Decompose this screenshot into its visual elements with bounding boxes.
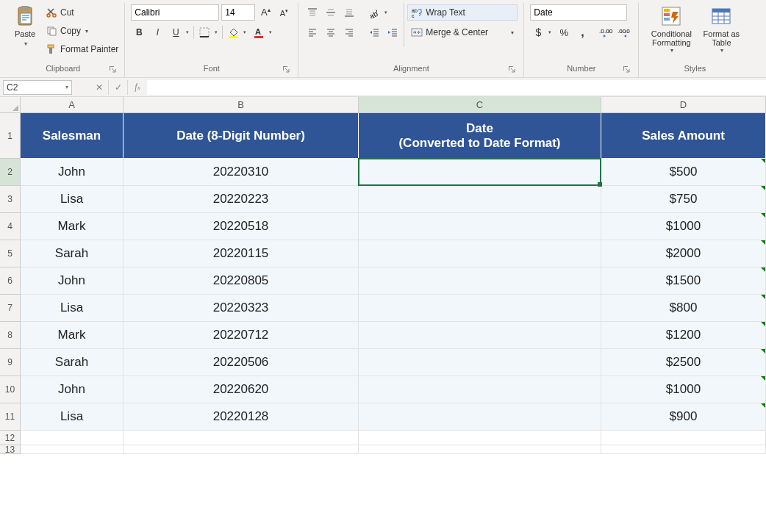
cell-B2[interactable]: 20220310 [124,159,359,186]
cell-A6[interactable]: John [21,267,124,295]
grow-font-button[interactable]: A▴ [257,4,273,21]
decrease-indent-button[interactable] [366,24,382,40]
font-launcher[interactable] [282,65,290,73]
alignment-launcher[interactable] [507,65,516,73]
cell-D3[interactable]: $750 [601,186,766,213]
conditional-formatting-button[interactable]: Conditional Formatting▾ [645,3,698,55]
header-date-converted[interactable]: Date (Converted to Date Format) [359,113,601,159]
cell-D2[interactable]: $500 [601,159,766,186]
comma-button[interactable]: , [574,24,590,40]
cell-C5[interactable] [359,240,601,267]
font-size-select[interactable] [221,4,255,21]
row-header-4[interactable]: 4 [0,213,21,240]
cell-D10[interactable]: $1000 [601,376,766,403]
cell-C4[interactable] [359,213,601,240]
header-date-8digit[interactable]: Date (8-Digit Number) [124,113,359,159]
cell-D5[interactable]: $2000 [601,240,766,267]
cut-button[interactable]: Cut [46,4,118,21]
formula-input[interactable] [147,80,766,95]
increase-decimal-button[interactable]: .0.00 [598,24,614,40]
paste-button[interactable]: Paste▾ [7,3,43,50]
cell-A9[interactable]: Sarah [21,349,124,376]
row-header-11[interactable]: 11 [0,403,21,431]
align-right-button[interactable] [341,24,357,40]
cell-B7[interactable]: 20220323 [124,295,359,322]
decrease-decimal-button[interactable]: .00.0 [616,24,632,40]
cell-A11[interactable]: Lisa [21,403,124,431]
cell-C11[interactable] [359,403,601,431]
cell-A2[interactable]: John [21,159,124,186]
select-all-corner[interactable] [0,97,21,113]
increase-indent-button[interactable] [384,24,401,40]
wrap-text-button[interactable]: abc Wrap Text [407,4,518,21]
number-format-select[interactable] [530,4,627,21]
merge-center-button[interactable]: Merge & Center ▾ [407,24,518,40]
col-header-A[interactable]: A [21,97,124,113]
header-salesman[interactable]: Salesman [21,113,124,159]
col-header-B[interactable]: B [124,97,359,113]
number-launcher[interactable] [622,65,631,73]
percent-button[interactable]: % [556,24,572,40]
shrink-font-button[interactable]: A▾ [276,4,292,21]
cell-D7[interactable]: $800 [601,295,766,322]
cell-B10[interactable]: 20220620 [124,376,359,403]
row-header-13[interactable]: 13 [0,445,21,454]
cell-A8[interactable]: Mark [21,322,124,349]
cell-C10[interactable] [359,376,601,403]
cell-B8[interactable]: 20220712 [124,322,359,349]
cell-C7[interactable] [359,295,601,322]
cell-B9[interactable]: 20220506 [124,349,359,376]
cell-C2[interactable] [359,159,601,186]
spreadsheet-grid[interactable]: A B C D 1 Salesman Date (8-Digit Number)… [0,97,766,454]
currency-dropdown[interactable]: ▾ [546,24,554,40]
name-box[interactable]: C2▾ [3,80,72,95]
align-bottom-button[interactable] [341,4,357,21]
row-header-3[interactable]: 3 [0,186,21,213]
row-header-6[interactable]: 6 [0,267,21,295]
cell-C3[interactable] [359,186,601,213]
orientation-dropdown[interactable]: ▾ [382,4,390,21]
format-as-table-button[interactable]: Format as Table▾ [698,3,745,55]
cell[interactable] [124,431,359,445]
cell-A4[interactable]: Mark [21,213,124,240]
header-sales-amount[interactable]: Sales Amount [601,113,766,159]
row-header-12[interactable]: 12 [0,431,21,445]
border-dropdown[interactable]: ▾ [212,24,220,40]
cell-A7[interactable]: Lisa [21,295,124,322]
copy-button[interactable]: Copy ▾ [46,23,118,39]
cell[interactable] [601,431,766,445]
cell-C6[interactable] [359,267,601,295]
border-button[interactable] [196,24,212,40]
col-header-C[interactable]: C [359,97,601,113]
cell[interactable] [359,445,601,454]
font-color-button[interactable]: A [251,24,267,40]
cell-B11[interactable]: 20220128 [124,403,359,431]
align-middle-button[interactable] [323,4,339,21]
currency-button[interactable]: $ [530,24,546,40]
align-center-button[interactable] [323,24,339,40]
enter-formula-button[interactable]: ✓ [109,80,128,95]
cell-D4[interactable]: $1000 [601,213,766,240]
font-name-select[interactable] [131,4,219,21]
underline-button[interactable]: U [168,24,184,40]
underline-dropdown[interactable]: ▾ [184,24,191,40]
cell-B4[interactable]: 20220518 [124,213,359,240]
cancel-formula-button[interactable]: ✕ [90,80,109,95]
row-header-1[interactable]: 1 [0,113,21,159]
cell-C9[interactable] [359,349,601,376]
cell[interactable] [359,431,601,445]
italic-button[interactable]: I [149,24,165,40]
format-painter-button[interactable]: Format Painter [46,41,118,57]
row-header-2[interactable]: 2 [0,159,21,186]
row-header-9[interactable]: 9 [0,349,21,376]
font-color-dropdown[interactable]: ▾ [267,24,274,40]
row-header-10[interactable]: 10 [0,376,21,403]
cell-A3[interactable]: Lisa [21,186,124,213]
cell[interactable] [124,445,359,454]
cell-D8[interactable]: $1200 [601,322,766,349]
cell-D11[interactable]: $900 [601,403,766,431]
cell[interactable] [601,445,766,454]
col-header-D[interactable]: D [601,97,766,113]
cell-B6[interactable]: 20220805 [124,267,359,295]
align-left-button[interactable] [304,24,321,40]
